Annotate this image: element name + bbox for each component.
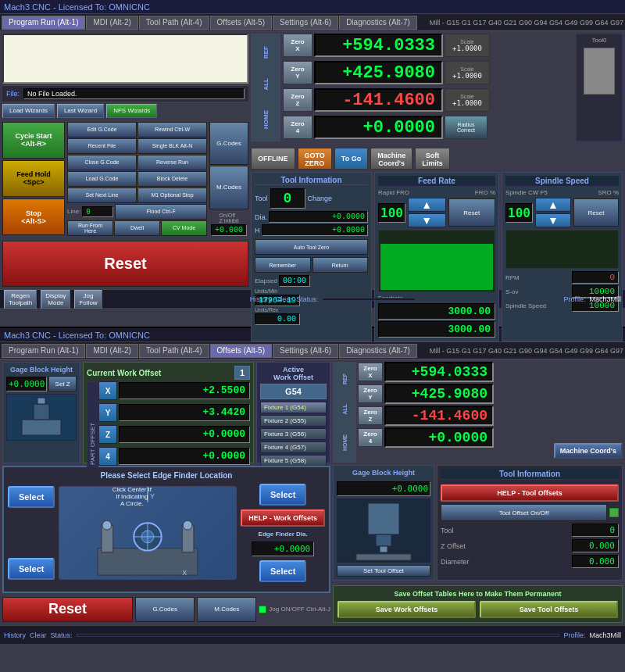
bottom-mcodes-button[interactable]: M.Codes [197, 597, 256, 622]
select-top-right-button[interactable]: Select [259, 484, 306, 506]
bottom-zero-x-button[interactable]: ZeroX [358, 363, 383, 381]
action-row: OFFLINE GOTOZERO To Go MachineCoord's So… [251, 148, 623, 170]
fro-down-button[interactable]: ▼ [408, 213, 446, 227]
cycle-start-button[interactable]: Cycie Start<Alt-R> [2, 122, 65, 159]
fixture4-button[interactable]: Fixture 4 (G57) [260, 441, 327, 453]
axis-x-button[interactable]: X [98, 381, 117, 400]
zero-4-button[interactable]: Zero4 [283, 116, 312, 139]
bottom-gcodes-button[interactable]: G.Codes [135, 597, 195, 622]
tab-settings[interactable]: Settings (Alt-6) [273, 16, 338, 30]
machine-coords-button[interactable]: MachineCoord's [370, 148, 412, 170]
gage-block-title: Gage Block Height [6, 366, 77, 374]
feed-hold-button[interactable]: Feed Hold<Spc> [2, 160, 65, 197]
nfs-wizards-button[interactable]: NFS Wizards [106, 104, 157, 118]
reverse-run-button[interactable]: Reverse Run [138, 155, 207, 170]
fro-reset-button[interactable]: Reset [448, 198, 496, 227]
set-tool-offset-button[interactable]: Set Tool Offset [337, 565, 430, 577]
stop-button[interactable]: Stop<Alt-S> [2, 198, 65, 235]
axis-4-button[interactable]: 4 [98, 447, 117, 466]
select-bottom-left-button[interactable]: Select [8, 558, 55, 580]
set-z-button[interactable]: Set Z [48, 376, 77, 391]
bottom-reset-button[interactable]: Reset [2, 597, 133, 622]
zero-z-button[interactable]: ZeroZ [283, 88, 312, 112]
line-label: Line: [67, 208, 80, 215]
set-next-line-button[interactable]: Set Next Line [67, 188, 137, 203]
tool0-display [584, 48, 615, 95]
radius-correct-button[interactable]: RadiusCorrect [445, 116, 488, 139]
select-bottom-right-button[interactable]: Select [259, 560, 306, 582]
ref-label: REF [262, 46, 270, 59]
cv-mode-button[interactable]: CV Mode [161, 220, 207, 236]
fixture3-button[interactable]: Fixture 3 (G56) [260, 428, 327, 440]
fixture1-button[interactable]: Fixture 1 (G54) [260, 402, 327, 413]
auto-tool-zero-button[interactable]: Auto Tool Zero [255, 239, 368, 255]
tab-mdi[interactable]: MDI (Alt-2) [86, 16, 138, 30]
top-regen-button[interactable]: RegenToolpath [4, 290, 37, 309]
tab-toolpath[interactable]: Tool Path (Alt-4) [139, 16, 209, 30]
bottom-clear-btn[interactable]: Clear [30, 631, 47, 639]
last-wizard-button[interactable]: Last Wizard [57, 104, 104, 118]
gage-title2: Gage Block Height [337, 469, 430, 477]
load-wizards-button[interactable]: Load Wizards [2, 104, 55, 118]
sro-up-button[interactable]: ▲ [535, 198, 571, 212]
tab-offsets[interactable]: Offsets (Alt-5) [210, 16, 273, 30]
bottom-zero-y-button[interactable]: ZeroY [358, 384, 383, 403]
bottom-panel: Mach3 CNC - Licensed To: OMNICNC Program… [0, 328, 625, 672]
axis-y-button[interactable]: Y [98, 403, 117, 422]
remember-button[interactable]: Remember [255, 257, 311, 273]
btab-mdi[interactable]: MDI (Alt-2) [86, 344, 138, 358]
tab-program-run[interactable]: Program Run (Alt-1) [2, 16, 85, 30]
m1-optional-button[interactable]: M1 Optional Stop [138, 188, 207, 203]
dwell-button[interactable]: Dwell [114, 220, 160, 236]
bottom-zero-4-button[interactable]: Zero4 [358, 428, 383, 447]
rewind-button[interactable]: Rewind Ctrl-W [138, 122, 207, 138]
m-codes-button[interactable]: M.Codes [209, 166, 248, 209]
tool-offset-onoff-button[interactable]: Tool Offset On/Off [441, 504, 607, 521]
recent-file-button[interactable]: Recent File [67, 138, 137, 154]
gage-value2: +0.0000 [337, 481, 430, 496]
btab-toolpath[interactable]: Tool Path (Alt-4) [139, 344, 209, 358]
goto-zero-button[interactable]: GOTOZERO [298, 148, 332, 170]
save-tool-offsets-button[interactable]: Save Tool Offsets [480, 601, 618, 618]
reset-button[interactable]: Reset [2, 241, 248, 288]
load-gcode-button[interactable]: Load G.Code [67, 171, 137, 187]
block-delete-button[interactable]: Block Delete [138, 171, 207, 187]
return-button[interactable]: Return [312, 257, 369, 273]
run-from-here-button[interactable]: Run From Here [67, 220, 113, 236]
soft-limits-button[interactable]: SoftLimits [415, 148, 450, 170]
bottom-machine-coords-button[interactable]: Machine Coord's [554, 443, 623, 459]
flood-ctrl-button[interactable]: Flood Ctrl-F [115, 204, 207, 220]
g-codes-button[interactable]: G.Codes [209, 122, 248, 166]
help-work-offsets-button[interactable]: HELP - Work Offsets [241, 509, 325, 527]
bottom-dro-y: ZeroY +425.9080 [358, 384, 552, 404]
to-go-button[interactable]: To Go [334, 148, 368, 170]
save-work-offsets-button[interactable]: Save Work Offsets [338, 601, 476, 618]
bottom-zero-z-button[interactable]: ZeroZ [358, 406, 383, 425]
top-clear-btn[interactable]: Clear [276, 295, 293, 303]
btab-settings[interactable]: Settings (Alt-6) [273, 344, 338, 358]
zero-y-button[interactable]: ZeroY [283, 61, 312, 84]
help-tool-offsets-button[interactable]: HELP - Tool Offsets [441, 484, 619, 502]
btab-offsets[interactable]: Offsets (Alt-5) [210, 344, 273, 358]
fixture5-button[interactable]: Fixture 5 (G58) [260, 455, 327, 466]
zero-x-button[interactable]: ZeroX [283, 34, 312, 57]
select-top-left-button[interactable]: Select [8, 486, 55, 508]
top-display-button[interactable]: DisplayMode [41, 290, 70, 309]
top-history-btn[interactable]: History [250, 295, 272, 303]
gcode-status-bar: Mill - G15 G1 G17 G40 G21 G90 G94 G54 G4… [430, 19, 623, 27]
tab-diagnostics[interactable]: Diagnostics (Alt-7) [339, 16, 417, 30]
jog-onoff-label[interactable]: Jog ON/OFF Ctrl-Alt-J [269, 606, 330, 613]
fro-up-button[interactable]: ▲ [408, 198, 446, 212]
single-blk-button[interactable]: Single BLK Alt-N [138, 138, 207, 154]
offline-button[interactable]: OFFLINE [251, 148, 295, 170]
sro-down-button[interactable]: ▼ [535, 213, 571, 227]
btab-diagnostics[interactable]: Diagnostics (Alt-7) [339, 344, 417, 358]
fixture2-button[interactable]: Fixture 2 (G55) [260, 415, 327, 427]
sro-reset-button[interactable]: Reset [573, 198, 619, 227]
btab-program-run[interactable]: Program Run (Alt-1) [2, 344, 85, 358]
close-gcode-button[interactable]: Close G.Code [67, 155, 137, 170]
bottom-history-btn[interactable]: History [4, 631, 26, 639]
axis-z-button[interactable]: Z [98, 425, 117, 444]
edit-gcode-button[interactable]: Edit G.Code [67, 122, 137, 138]
top-jog-button[interactable]: JogFollow [74, 290, 102, 309]
